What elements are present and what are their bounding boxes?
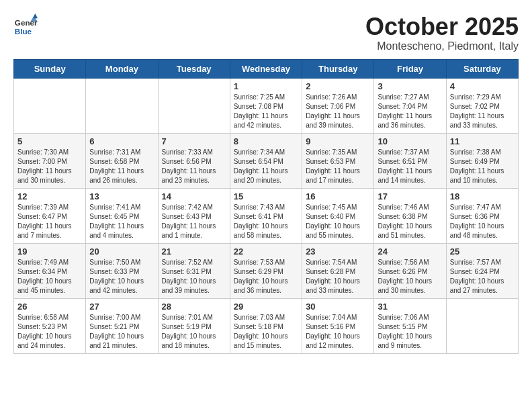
day-info: Sunrise: 7:45 AM Sunset: 6:40 PM Dayligh… (306, 203, 370, 240)
day-info: Sunrise: 7:03 AM Sunset: 5:18 PM Dayligh… (234, 313, 298, 351)
day-info: Sunrise: 7:34 AM Sunset: 6:54 PM Dayligh… (234, 148, 298, 185)
calendar-cell (446, 298, 518, 353)
calendar-cell (86, 78, 158, 133)
calendar-cell: 21Sunrise: 7:52 AM Sunset: 6:31 PM Dayli… (158, 243, 230, 298)
calendar-cell: 31Sunrise: 7:06 AM Sunset: 5:15 PM Dayli… (374, 298, 446, 353)
calendar-cell: 1Sunrise: 7:25 AM Sunset: 7:08 PM Daylig… (230, 78, 302, 133)
day-number: 4 (450, 81, 515, 91)
day-number: 17 (378, 191, 442, 201)
day-number: 11 (450, 136, 515, 146)
day-info: Sunrise: 7:06 AM Sunset: 5:15 PM Dayligh… (378, 313, 442, 351)
month-title: October 2025 (365, 13, 519, 40)
day-header-sunday: Sunday (14, 59, 86, 78)
logo-icon: General Blue (13, 13, 38, 38)
calendar-cell: 2Sunrise: 7:26 AM Sunset: 7:06 PM Daylig… (302, 78, 374, 133)
svg-text:Blue: Blue (15, 27, 32, 36)
day-number: 26 (17, 302, 82, 312)
day-info: Sunrise: 7:35 AM Sunset: 6:53 PM Dayligh… (306, 148, 370, 185)
day-number: 28 (162, 302, 226, 312)
day-info: Sunrise: 7:57 AM Sunset: 6:24 PM Dayligh… (450, 258, 515, 295)
day-number: 7 (162, 136, 226, 146)
calendar-cell (14, 78, 86, 133)
day-info: Sunrise: 7:54 AM Sunset: 6:28 PM Dayligh… (306, 258, 370, 295)
day-number: 30 (306, 302, 370, 312)
calendar-week-row: 12Sunrise: 7:39 AM Sunset: 6:47 PM Dayli… (14, 188, 519, 243)
day-number: 25 (450, 246, 515, 257)
day-number: 13 (89, 191, 154, 201)
day-info: Sunrise: 7:29 AM Sunset: 7:02 PM Dayligh… (450, 93, 515, 130)
day-header-thursday: Thursday (302, 59, 374, 78)
day-header-friday: Friday (374, 59, 446, 78)
page-header: General Blue October 2025 Montescheno, P… (13, 13, 519, 52)
calendar-table: SundayMondayTuesdayWednesdayThursdayFrid… (13, 59, 519, 354)
calendar-cell: 16Sunrise: 7:45 AM Sunset: 6:40 PM Dayli… (302, 188, 374, 243)
calendar-cell: 22Sunrise: 7:53 AM Sunset: 6:29 PM Dayli… (230, 243, 302, 298)
day-header-tuesday: Tuesday (158, 59, 230, 78)
day-info: Sunrise: 7:47 AM Sunset: 6:36 PM Dayligh… (450, 203, 515, 240)
day-number: 16 (306, 191, 370, 201)
day-header-saturday: Saturday (446, 59, 518, 78)
calendar-week-row: 19Sunrise: 7:49 AM Sunset: 6:34 PM Dayli… (14, 243, 519, 298)
day-number: 19 (17, 246, 82, 257)
calendar-cell: 17Sunrise: 7:46 AM Sunset: 6:38 PM Dayli… (374, 188, 446, 243)
day-number: 8 (234, 136, 298, 146)
day-info: Sunrise: 7:04 AM Sunset: 5:16 PM Dayligh… (306, 313, 370, 351)
calendar-cell (158, 78, 230, 133)
calendar-cell: 19Sunrise: 7:49 AM Sunset: 6:34 PM Dayli… (14, 243, 86, 298)
calendar-cell: 20Sunrise: 7:50 AM Sunset: 6:33 PM Dayli… (86, 243, 158, 298)
logo: General Blue (13, 13, 40, 38)
day-header-wednesday: Wednesday (230, 59, 302, 78)
calendar-cell: 29Sunrise: 7:03 AM Sunset: 5:18 PM Dayli… (230, 298, 302, 353)
calendar-cell: 7Sunrise: 7:33 AM Sunset: 6:56 PM Daylig… (158, 133, 230, 188)
calendar-cell: 3Sunrise: 7:27 AM Sunset: 7:04 PM Daylig… (374, 78, 446, 133)
day-number: 23 (306, 246, 370, 257)
day-info: Sunrise: 7:37 AM Sunset: 6:51 PM Dayligh… (378, 148, 442, 185)
calendar-cell: 25Sunrise: 7:57 AM Sunset: 6:24 PM Dayli… (446, 243, 518, 298)
day-info: Sunrise: 7:38 AM Sunset: 6:49 PM Dayligh… (450, 148, 515, 185)
calendar-cell: 30Sunrise: 7:04 AM Sunset: 5:16 PM Dayli… (302, 298, 374, 353)
calendar-week-row: 5Sunrise: 7:30 AM Sunset: 7:00 PM Daylig… (14, 133, 519, 188)
calendar-cell: 14Sunrise: 7:42 AM Sunset: 6:43 PM Dayli… (158, 188, 230, 243)
calendar-cell: 10Sunrise: 7:37 AM Sunset: 6:51 PM Dayli… (374, 133, 446, 188)
day-info: Sunrise: 7:43 AM Sunset: 6:41 PM Dayligh… (234, 203, 298, 240)
day-number: 5 (17, 136, 82, 146)
day-info: Sunrise: 7:50 AM Sunset: 6:33 PM Dayligh… (89, 258, 154, 295)
day-info: Sunrise: 7:42 AM Sunset: 6:43 PM Dayligh… (162, 203, 226, 240)
day-info: Sunrise: 7:25 AM Sunset: 7:08 PM Dayligh… (234, 93, 298, 130)
day-info: Sunrise: 7:00 AM Sunset: 5:21 PM Dayligh… (89, 313, 154, 351)
day-info: Sunrise: 7:27 AM Sunset: 7:04 PM Dayligh… (378, 93, 442, 130)
calendar-cell: 24Sunrise: 7:56 AM Sunset: 6:26 PM Dayli… (374, 243, 446, 298)
calendar-cell: 15Sunrise: 7:43 AM Sunset: 6:41 PM Dayli… (230, 188, 302, 243)
day-info: Sunrise: 7:01 AM Sunset: 5:19 PM Dayligh… (162, 313, 226, 351)
day-number: 20 (89, 246, 154, 257)
day-info: Sunrise: 7:53 AM Sunset: 6:29 PM Dayligh… (234, 258, 298, 295)
day-number: 12 (17, 191, 82, 201)
day-info: Sunrise: 7:26 AM Sunset: 7:06 PM Dayligh… (306, 93, 370, 130)
day-number: 21 (162, 246, 226, 257)
day-number: 22 (234, 246, 298, 257)
day-number: 9 (306, 136, 370, 146)
calendar-cell: 11Sunrise: 7:38 AM Sunset: 6:49 PM Dayli… (446, 133, 518, 188)
day-info: Sunrise: 7:46 AM Sunset: 6:38 PM Dayligh… (378, 203, 442, 240)
day-number: 24 (378, 246, 442, 257)
day-info: Sunrise: 7:39 AM Sunset: 6:47 PM Dayligh… (17, 203, 82, 240)
day-info: Sunrise: 6:58 AM Sunset: 5:23 PM Dayligh… (17, 313, 82, 351)
day-number: 3 (378, 81, 442, 91)
location-subtitle: Montescheno, Piedmont, Italy (365, 40, 519, 52)
day-info: Sunrise: 7:41 AM Sunset: 6:45 PM Dayligh… (89, 203, 154, 240)
day-number: 31 (378, 302, 442, 312)
calendar-week-row: 1Sunrise: 7:25 AM Sunset: 7:08 PM Daylig… (14, 78, 519, 133)
day-info: Sunrise: 7:31 AM Sunset: 6:58 PM Dayligh… (89, 148, 154, 185)
calendar-cell: 23Sunrise: 7:54 AM Sunset: 6:28 PM Dayli… (302, 243, 374, 298)
calendar-cell: 8Sunrise: 7:34 AM Sunset: 6:54 PM Daylig… (230, 133, 302, 188)
day-number: 10 (378, 136, 442, 146)
calendar-cell: 18Sunrise: 7:47 AM Sunset: 6:36 PM Dayli… (446, 188, 518, 243)
header-row: SundayMondayTuesdayWednesdayThursdayFrid… (14, 59, 519, 78)
day-number: 2 (306, 81, 370, 91)
day-info: Sunrise: 7:33 AM Sunset: 6:56 PM Dayligh… (162, 148, 226, 185)
day-number: 1 (234, 81, 298, 91)
title-block: October 2025 Montescheno, Piedmont, Ital… (365, 13, 519, 52)
calendar-cell: 5Sunrise: 7:30 AM Sunset: 7:00 PM Daylig… (14, 133, 86, 188)
day-info: Sunrise: 7:30 AM Sunset: 7:00 PM Dayligh… (17, 148, 82, 185)
calendar-cell: 12Sunrise: 7:39 AM Sunset: 6:47 PM Dayli… (14, 188, 86, 243)
